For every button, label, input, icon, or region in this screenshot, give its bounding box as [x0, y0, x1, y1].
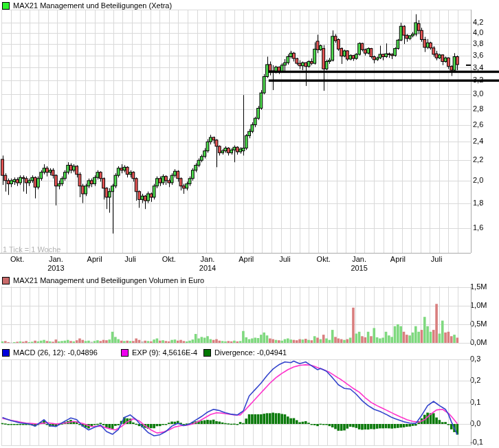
stock-chart-window: MAX21 Management und Beteiligungen (Xetr…	[0, 0, 499, 448]
macd-legend-item-macd: MACD (26, 12): -0,04896	[2, 348, 98, 357]
exp-line-marker-icon	[121, 349, 129, 357]
tick-interval-note: 1 Tick = 1 Woche	[3, 245, 60, 254]
macd-legend-item-divergence: Divergence: -0,04941	[203, 348, 287, 357]
price-series-marker-icon	[2, 2, 10, 10]
volume-panel-header: MAX21 Management und Beteiligungen Volum…	[2, 276, 204, 284]
volume-series-marker-icon	[2, 277, 10, 284]
divergence-legend-label: Divergence: -0,04941	[214, 348, 287, 357]
divergence-marker-icon	[203, 349, 211, 357]
chart-title: MAX21 Management und Beteiligungen (Xetr…	[13, 1, 172, 10]
candlestick-volume-macd-canvas	[0, 0, 499, 448]
macd-line-marker-icon	[2, 349, 10, 357]
macd-legend-item-exp: EXP (9): 4,5616E-4	[121, 348, 197, 357]
volume-title: MAX21 Management und Beteiligungen Volum…	[13, 276, 204, 284]
price-panel-header: MAX21 Management und Beteiligungen (Xetr…	[2, 1, 172, 10]
macd-legend-label: MACD (26, 12): -0,04896	[13, 348, 98, 357]
exp-legend-label: EXP (9): 4,5616E-4	[132, 348, 197, 357]
